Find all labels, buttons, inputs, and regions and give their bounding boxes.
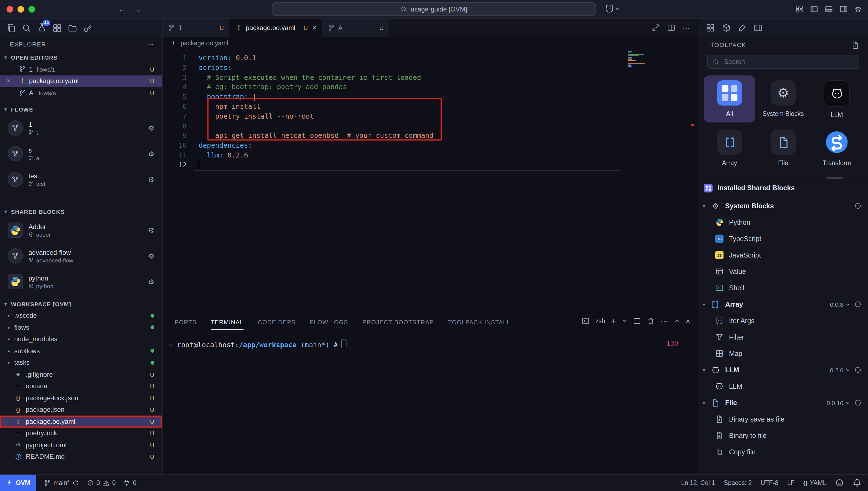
trash-icon[interactable]: [647, 317, 655, 325]
panel-tab-flow-logs[interactable]: FLOW LOGS: [310, 314, 348, 329]
scrollbar-thumb[interactable]: [826, 177, 843, 179]
close-editor-icon[interactable]: ×: [6, 77, 10, 85]
toolpack-card-all[interactable]: All: [704, 76, 755, 123]
block-item-typescript[interactable]: TS TypeScript: [698, 231, 868, 247]
command-center[interactable]: usage-guide [OVM]: [272, 2, 596, 16]
info-icon[interactable]: [854, 367, 862, 374]
new-terminal-icon[interactable]: +: [611, 317, 616, 325]
tree-file-row[interactable]: ▸ ◆ .gitignore U: [0, 369, 162, 380]
zoom-window-button[interactable]: [28, 6, 35, 12]
block-group-llm[interactable]: ▾ LLM 0.2.6: [698, 362, 868, 378]
close-tab-icon[interactable]: ×: [312, 24, 316, 32]
chevron-up-icon[interactable]: [674, 318, 680, 324]
flow-item[interactable]: 1 1 ⚙: [0, 115, 162, 141]
terminal[interactable]: ○root@localhost:/app/workspace (main*) #…: [163, 331, 698, 349]
toggle-right-panel-icon[interactable]: [840, 5, 848, 13]
status-encoding[interactable]: UTF-8: [760, 480, 778, 486]
settings-gear-icon[interactable]: ⚙: [148, 124, 154, 132]
tree-folder-row[interactable]: ▸ .vscode: [0, 310, 162, 321]
toolpack-card-transform[interactable]: Transform: [811, 125, 863, 171]
blocks-icon[interactable]: [53, 23, 62, 32]
panel-tab-code-deps[interactable]: CODE DEPS: [258, 314, 296, 329]
block-group-array[interactable]: ▾ Array 0.0.8: [698, 296, 868, 313]
remote-indicator[interactable]: OVM: [0, 474, 36, 491]
block-item-shell[interactable]: Shell: [698, 280, 868, 296]
customize-layout-icon[interactable]: [795, 5, 804, 13]
version-dropdown[interactable]: 0.0.10: [827, 400, 850, 406]
block-item-filter[interactable]: Filter: [698, 329, 868, 346]
block-item-llm[interactable]: LLM: [698, 378, 868, 395]
block-item-map[interactable]: Map: [698, 346, 868, 362]
shell-name[interactable]: zsh: [595, 318, 605, 324]
toggle-left-panel-icon[interactable]: [810, 5, 818, 13]
editor-tab[interactable]: ! package.oo.yaml U ×: [230, 19, 322, 37]
workspace-header[interactable]: ▾ WORKSPACE [OVM]: [0, 298, 162, 310]
version-dropdown[interactable]: 0.2.6: [830, 367, 850, 373]
toolpack-card-array[interactable]: Array: [704, 125, 755, 171]
flows-header[interactable]: ▾ FLOWS: [0, 103, 162, 115]
chevron-down-icon[interactable]: [622, 318, 627, 324]
block-item-value[interactable]: Value: [698, 264, 868, 280]
minimap[interactable]: [628, 51, 662, 69]
notifications-bell-icon[interactable]: [853, 479, 862, 487]
info-icon[interactable]: [854, 399, 862, 406]
shared-blocks-header[interactable]: ▾ SHARED BLOCKS: [0, 205, 162, 217]
editor-tab[interactable]: A U: [322, 19, 390, 37]
open-changes-icon[interactable]: [652, 24, 660, 32]
tree-folder-row[interactable]: ▸ flows: [0, 321, 162, 333]
version-dropdown[interactable]: 0.0.8: [830, 301, 850, 308]
more-actions-icon[interactable]: ⋯: [682, 23, 690, 32]
tree-file-row[interactable]: ▸ ≡ poetry.lock U: [0, 427, 162, 439]
tree-folder-row[interactable]: ▸ node_modules: [0, 333, 162, 345]
panel-tab-ports[interactable]: PORTS: [174, 314, 196, 329]
block-item-javascript[interactable]: JS JavaScript: [698, 247, 868, 264]
block-group-system-blocks[interactable]: ▾ ⚙ System Blocks: [698, 198, 868, 214]
panel-tab-toolpack-install[interactable]: TOOLPACK INSTALL: [448, 314, 510, 329]
shared-block-item[interactable]: python python ⚙: [0, 269, 162, 294]
flow-item[interactable]: s a ⚙: [0, 141, 162, 167]
tree-folder-row[interactable]: ▸ tasks: [0, 357, 162, 369]
editor-tab[interactable]: 1 U: [163, 19, 230, 37]
toggle-bottom-panel-icon[interactable]: [825, 5, 833, 13]
columns-layout-icon[interactable]: [754, 24, 762, 32]
block-item-python[interactable]: Python: [698, 214, 868, 231]
toolpack-card-system-blocks[interactable]: ⚙ System Blocks: [757, 76, 809, 123]
settings-gear-icon[interactable]: ⚙: [148, 278, 154, 286]
block-item-binary-save-as-file[interactable]: Binary save as file: [698, 411, 868, 428]
breadcrumb[interactable]: ! package.oo.yaml: [163, 37, 698, 50]
tree-folder-row[interactable]: ▸ subflows: [0, 345, 162, 357]
open-editor-item[interactable]: A flows/a U: [0, 87, 162, 99]
close-panel-icon[interactable]: ×: [686, 317, 690, 325]
settings-gear-icon[interactable]: ⚙: [148, 226, 154, 234]
feedback-icon[interactable]: [835, 479, 844, 487]
status-language[interactable]: {} YAML: [803, 480, 826, 486]
status-problems[interactable]: 0 0: [87, 480, 116, 486]
toolpack-card-file[interactable]: File: [757, 125, 809, 171]
tree-file-row[interactable]: ▸ ! package.oo.yaml U: [0, 415, 162, 427]
panel-tab-project-bootstrap[interactable]: PROJECT BOOTSTRAP: [362, 314, 434, 329]
code-editor[interactable]: 1 version: 0.0.1 2 scripts: 3 # Script e…: [163, 50, 698, 312]
open-editors-header[interactable]: ▾ OPEN EDITORS: [0, 51, 162, 63]
more-actions-icon[interactable]: ⋯: [147, 40, 154, 48]
block-item-iter-args[interactable]: Iter Args: [698, 313, 868, 329]
tree-file-row[interactable]: ▸ ≡ oocana U: [0, 380, 162, 392]
settings-gear-icon[interactable]: ⚙: [148, 252, 154, 260]
nav-forward-icon[interactable]: →: [134, 5, 141, 13]
shared-block-item[interactable]: advanced-flow advanced-flow ⚙: [0, 243, 162, 269]
flow-item[interactable]: test test ⚙: [0, 167, 162, 192]
settings-gear-icon[interactable]: ⚙: [148, 149, 154, 158]
info-icon[interactable]: [854, 203, 862, 210]
assistant-menu[interactable]: [605, 4, 620, 14]
split-terminal-icon[interactable]: [633, 317, 641, 325]
more-actions-icon[interactable]: ⋯: [660, 317, 668, 325]
tree-file-row[interactable]: ▸ ⚙ pyproject.toml U: [0, 439, 162, 451]
block-group-file[interactable]: ▾ File 0.0.10: [698, 395, 868, 411]
tree-file-row[interactable]: ▸ {} package-lock.json U: [0, 392, 162, 404]
nav-back-icon[interactable]: ←: [118, 5, 126, 13]
block-item-binary-to-file[interactable]: Binary to file: [698, 428, 868, 444]
toolpack-search-input[interactable]: [723, 57, 854, 66]
tree-file-row[interactable]: ▸ {} package.json U: [0, 404, 162, 415]
tree-file-row[interactable]: ▸ README.md U: [0, 451, 162, 463]
settings-gear-icon[interactable]: ⚙: [148, 175, 154, 183]
panel-tab-terminal[interactable]: TERMINAL: [211, 314, 243, 329]
